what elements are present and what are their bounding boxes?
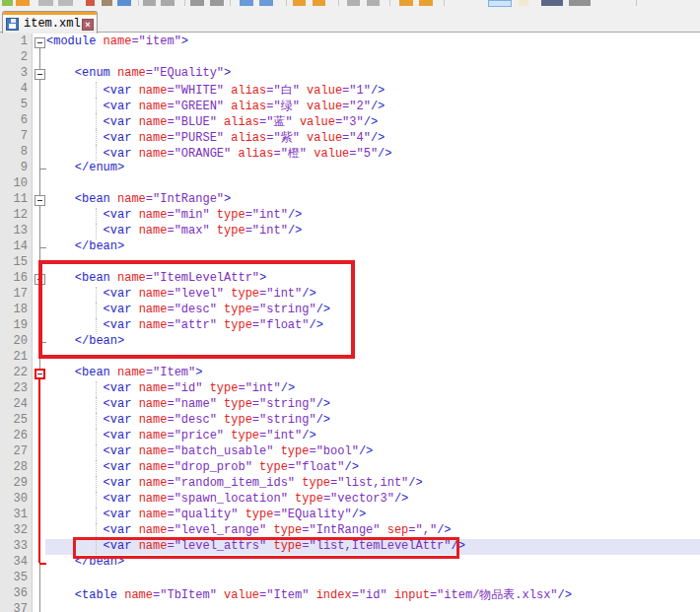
line-number[interactable]: 18 bbox=[0, 303, 28, 318]
find-icon[interactable] bbox=[240, 0, 253, 6]
line-number[interactable]: 2 bbox=[0, 50, 28, 66]
line-number[interactable]: 32 bbox=[0, 523, 28, 539]
zoom-out-icon[interactable] bbox=[313, 0, 325, 6]
code-line-1[interactable]: <module name="item"> bbox=[46, 34, 700, 50]
word-wrap-icon[interactable] bbox=[488, 0, 512, 7]
close-doc-icon[interactable] bbox=[86, 0, 95, 6]
line-number[interactable]: 8 bbox=[0, 145, 28, 161]
line-number[interactable]: 12 bbox=[0, 208, 28, 224]
save-icon[interactable] bbox=[38, 0, 53, 6]
code-line-27[interactable]: <var name="batch_usable" type="bool"/> bbox=[46, 444, 700, 460]
fold-collapse-marker-line-22[interactable] bbox=[35, 369, 45, 379]
line-number[interactable]: 34 bbox=[0, 555, 28, 571]
code-line-5[interactable]: <var name="GREEN" alias="绿" value="2"/> bbox=[46, 98, 700, 113]
code-line-36[interactable]: <table name="TbItem" value="Item" index=… bbox=[46, 586, 700, 602]
code-line-4[interactable]: <var name="WHITE" alias="白" value="1"/> bbox=[46, 82, 700, 98]
code-line-35[interactable] bbox=[46, 571, 700, 586]
line-number[interactable]: 30 bbox=[0, 492, 28, 508]
copy-icon[interactable] bbox=[161, 0, 175, 6]
code-token: <var bbox=[46, 208, 139, 222]
print-icon[interactable] bbox=[117, 0, 131, 6]
line-number[interactable]: 7 bbox=[0, 129, 28, 145]
line-number[interactable]: 27 bbox=[0, 444, 28, 460]
new-file-icon[interactable] bbox=[2, 0, 13, 6]
line-number[interactable]: 10 bbox=[0, 176, 28, 192]
code-line-12[interactable]: <var name="min" type="int"/> bbox=[46, 208, 700, 224]
code-line-23[interactable]: <var name="id" type="int"/> bbox=[46, 381, 700, 397]
save-all-icon[interactable] bbox=[58, 0, 73, 6]
code-line-9[interactable]: </enum> bbox=[46, 161, 700, 176]
code-line-37[interactable] bbox=[46, 602, 700, 612]
code-line-3[interactable]: <enum name="EQuality"> bbox=[46, 66, 700, 82]
show-all-chars-icon[interactable] bbox=[519, 0, 528, 6]
code-line-28[interactable]: <var name="drop_prob" type="float"/> bbox=[46, 460, 700, 476]
indent-guide bbox=[96, 98, 97, 113]
sync-scroll-v-icon[interactable] bbox=[347, 0, 360, 6]
line-number[interactable]: 9 bbox=[0, 161, 28, 176]
line-number[interactable]: 33 bbox=[0, 539, 28, 555]
line-number[interactable]: 17 bbox=[0, 287, 28, 303]
line-number[interactable]: 36 bbox=[0, 586, 28, 602]
code-line-25[interactable]: <var name="desc" type="string"/> bbox=[46, 413, 700, 429]
line-number[interactable]: 24 bbox=[0, 397, 28, 413]
line-number[interactable]: 14 bbox=[0, 239, 28, 255]
play-macro-icon[interactable] bbox=[419, 0, 433, 6]
line-number[interactable]: 23 bbox=[0, 381, 28, 397]
line-number[interactable]: 37 bbox=[0, 602, 28, 612]
code-line-24[interactable]: <var name="name" type="string"/> bbox=[46, 397, 700, 413]
code-line-7[interactable]: <var name="PURSE" alias="紫" value="4"/> bbox=[46, 129, 700, 145]
open-folder-icon[interactable] bbox=[16, 0, 30, 6]
undo-icon[interactable] bbox=[190, 0, 204, 6]
code-line-29[interactable]: <var name="random_item_ids" type="list,i… bbox=[46, 476, 700, 492]
zoom-in-icon[interactable] bbox=[293, 0, 306, 6]
code-token: <var bbox=[46, 224, 139, 238]
line-number[interactable]: 22 bbox=[0, 366, 28, 381]
line-number[interactable]: 21 bbox=[0, 350, 28, 366]
line-number[interactable]: 28 bbox=[0, 460, 28, 476]
tab-item-xml[interactable]: item.xml × bbox=[2, 11, 98, 34]
line-number[interactable]: 6 bbox=[0, 113, 28, 129]
code-line-6[interactable]: <var name="BLUE" alias="蓝" value="3"/> bbox=[46, 113, 700, 129]
line-number[interactable]: 19 bbox=[0, 318, 28, 334]
fold-collapse-marker-line-11[interactable] bbox=[35, 195, 45, 206]
line-number[interactable]: 5 bbox=[0, 98, 28, 113]
indent-guide-icon[interactable] bbox=[541, 0, 563, 6]
line-number[interactable]: 16 bbox=[0, 271, 28, 287]
doc-map-icon[interactable] bbox=[569, 0, 591, 6]
code-line-22[interactable]: <bean name="Item"> bbox=[46, 366, 700, 381]
line-number[interactable]: 4 bbox=[0, 82, 28, 98]
separator bbox=[444, 0, 445, 6]
close-all-icon[interactable] bbox=[102, 0, 112, 6]
sync-scroll-h-icon[interactable] bbox=[367, 0, 380, 6]
close-tab-icon[interactable]: × bbox=[82, 19, 94, 31]
replace-icon[interactable] bbox=[259, 0, 273, 6]
cut-icon[interactable] bbox=[143, 0, 156, 6]
line-number[interactable]: 31 bbox=[0, 508, 28, 523]
line-number[interactable]: 35 bbox=[0, 571, 28, 586]
record-macro-icon[interactable] bbox=[399, 0, 413, 6]
code-line-30[interactable]: <var name="spawn_location" type="vector3… bbox=[46, 492, 700, 508]
code-line-2[interactable] bbox=[46, 50, 700, 66]
line-number[interactable]: 15 bbox=[0, 255, 28, 271]
line-number[interactable]: 11 bbox=[0, 192, 28, 208]
code-line-31[interactable]: <var name="quality" type="EQuality"/> bbox=[46, 508, 700, 523]
line-number[interactable]: 20 bbox=[0, 334, 28, 350]
line-number[interactable]: 26 bbox=[0, 429, 28, 444]
code-token: <var bbox=[46, 444, 139, 458]
code-line-26[interactable]: <var name="price" type="int"/> bbox=[46, 429, 700, 444]
redo-icon[interactable] bbox=[210, 0, 224, 6]
line-number[interactable]: 1 bbox=[0, 34, 28, 50]
line-number-margin[interactable]: 1234567891011121314151617181920212223242… bbox=[0, 33, 33, 612]
fold-collapse-marker-line-3[interactable] bbox=[35, 69, 45, 80]
line-number[interactable]: 3 bbox=[0, 66, 28, 82]
line-number[interactable]: 13 bbox=[0, 224, 28, 239]
code-line-14[interactable]: </bean> bbox=[46, 239, 700, 255]
indent-guide bbox=[96, 413, 97, 429]
fold-collapse-marker-line-1[interactable] bbox=[35, 37, 45, 48]
code-line-11[interactable]: <bean name="IntRange"> bbox=[46, 192, 700, 208]
code-line-10[interactable] bbox=[46, 176, 700, 192]
code-line-8[interactable]: <var name="ORANGE" alias="橙" value="5"/> bbox=[46, 145, 700, 161]
code-line-13[interactable]: <var name="max" type="int"/> bbox=[46, 224, 700, 239]
line-number[interactable]: 25 bbox=[0, 413, 28, 429]
line-number[interactable]: 29 bbox=[0, 476, 28, 492]
